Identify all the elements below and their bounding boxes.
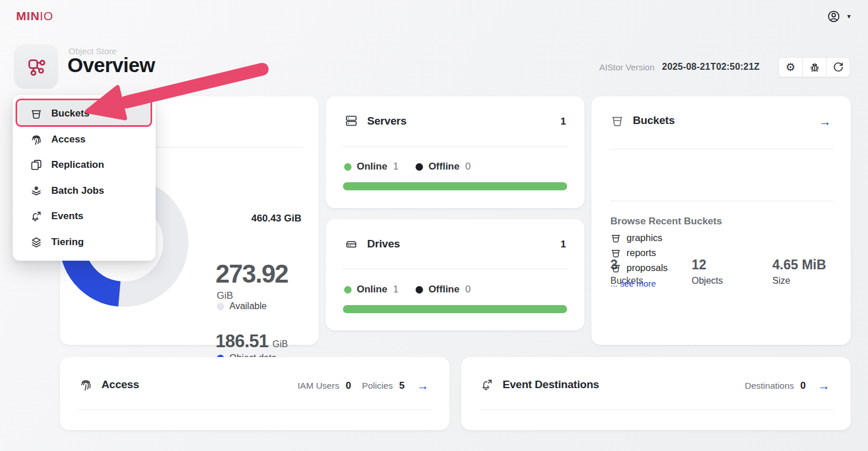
see-more-link[interactable]: ... see more [610,279,656,288]
offline-count: 0 [465,161,470,172]
minio-logo[interactable]: MINIO [16,9,54,23]
menu-item-label: Events [51,211,84,222]
access-go-arrow[interactable]: → [417,379,429,393]
available-value: 273.92 [216,260,288,288]
bucket-icon [610,232,621,243]
menu-item-buckets[interactable]: Buckets [18,101,150,127]
diagnostics-button[interactable] [802,58,826,77]
drives-title: Drives [367,238,400,250]
logo-io: IO [40,9,54,22]
object-unit: GiB [273,339,288,349]
tiering-icon [30,236,43,249]
online-count: 1 [393,284,398,295]
divider [342,269,568,269]
batch-jobs-icon [30,185,43,197]
menu-item-label: Access [51,134,86,145]
browse-recent-heading: Browse Recent Buckets [610,216,722,227]
access-card: Access IAM Users 0 Policies 5 → [60,357,450,430]
drives-icon [344,236,358,251]
stat-label: Objects [692,276,723,286]
gear-icon: ⚙ [786,62,795,73]
available-dot [217,303,224,310]
object-data-row: 186.51 GiB [216,331,288,352]
available-unit: GiB [217,290,233,302]
stat-size: 4.65 MiB Size [772,257,826,286]
event-destinations-card: Event Destinations Destinations 0 → [461,357,851,430]
object-store-badge [14,44,58,89]
bucket-icon [30,107,43,120]
bell-arrow-icon [480,378,494,392]
online-count: 1 [393,161,398,172]
policies-label: Policies [362,381,393,391]
offline-dot [416,286,423,294]
available-legend: Available [217,301,267,311]
buckets-go-arrow[interactable]: → [819,115,831,129]
menu-item-access[interactable]: Access [18,127,150,153]
iam-users-count: 0 [346,380,351,392]
stat-value: 4.65 MiB [772,257,826,273]
stat-value: 12 [692,257,723,273]
recent-bucket-reports[interactable]: reports [610,245,668,260]
bell-arrow-icon [30,210,43,223]
access-summary: IAM Users 0 Policies 5 → [297,379,429,393]
divider [342,146,568,146]
recent-buckets-list: graphics reports proposals [610,230,668,275]
event-destinations-go-arrow[interactable]: → [818,379,830,393]
recent-bucket-proposals[interactable]: proposals [610,260,668,275]
offline-count: 0 [465,284,470,295]
account-menu-button[interactable]: ▼ [827,9,852,24]
offline-dot [416,163,423,171]
account-circle-icon [827,9,841,24]
menu-item-replication[interactable]: Replication [18,152,150,178]
bucket-name: graphics [627,232,662,243]
destinations-count: 0 [801,380,806,392]
refresh-button[interactable] [826,58,850,77]
servers-card: Servers 1 Online 1 Offline 0 [326,96,584,208]
divider [610,201,833,201]
recent-bucket-graphics[interactable]: graphics [610,230,668,245]
buckets-card: Buckets → 3 Buckets 12 Objects 4.65 MiB … [591,96,851,345]
bucket-name: proposals [627,262,668,273]
bucket-icon [610,247,621,258]
menu-item-label: Buckets [51,108,89,119]
menu-item-batch-jobs[interactable]: Batch Jobs [18,178,150,204]
settings-button[interactable]: ⚙ [779,58,802,77]
menu-item-events[interactable]: Events [18,204,150,230]
minio-overview-page: MINIO ▼ Object Store Overview AIStor Ver… [0,0,868,451]
event-destinations-title: Event Destinations [503,378,599,391]
bug-icon [809,61,821,73]
buckets-title: Buckets [633,114,675,127]
menu-item-label: Replication [51,159,104,171]
object-store-nodes-icon [25,55,48,78]
version-value: 2025-08-21T02:50:21Z [662,62,760,72]
fingerprint-icon [79,378,93,392]
replication-icon [30,159,43,171]
stat-objects: 12 Objects [692,257,723,286]
divider [78,409,432,410]
divider [610,149,833,149]
online-dot [344,286,352,294]
bucket-name: reports [627,247,656,258]
divider [480,409,833,410]
header-action-group: ⚙ [778,57,850,77]
drives-status-row: Online 1 Offline 0 [344,284,488,295]
offline-label: Offline [428,161,459,172]
bucket-icon [610,114,624,127]
servers-online-bar [343,182,567,190]
bucket-icon [610,262,621,273]
version-row: AIStor Version 2025-08-21T02:50:21Z ⚙ [599,57,850,77]
destinations-label: Destinations [745,381,794,391]
available-label: Available [229,301,267,311]
menu-item-tiering[interactable]: Tiering [18,230,150,255]
servers-icon [344,114,358,128]
caret-down-icon: ▼ [846,13,852,20]
iam-users-label: IAM Users [297,381,339,391]
event-destinations-summary: Destinations 0 → [745,379,830,393]
stat-label: Size [772,276,826,286]
page-title: Overview [67,54,155,77]
refresh-icon [832,61,844,73]
object-value: 186.51 [216,331,269,352]
menu-item-label: Batch Jobs [51,185,104,197]
servers-title: Servers [367,115,406,127]
fingerprint-icon [30,133,43,146]
